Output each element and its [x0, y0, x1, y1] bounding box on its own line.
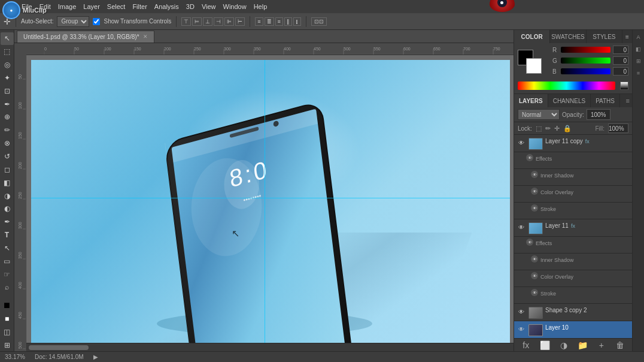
blue-value[interactable]: 0	[613, 67, 628, 76]
color-panel-expand[interactable]: ≡	[622, 30, 632, 43]
canvas-area[interactable]: 0 50 100 150 200 250 300 350 400 450 500…	[14, 43, 514, 351]
canvas-horizontal-scrollbar[interactable]	[26, 343, 514, 351]
shape-tool[interactable]	[1, 255, 14, 267]
edge-btn-1[interactable]: A	[634, 32, 643, 42]
opacity-input[interactable]: 100%	[587, 109, 610, 120]
edge-btn-2[interactable]: ◧	[634, 44, 643, 54]
layer-item-10[interactable]: 👁 Layer 10	[514, 321, 632, 338]
red-slider[interactable]	[561, 47, 610, 53]
align-left-icon[interactable]: ⊣	[214, 17, 223, 26]
sub-eye-stroke-11[interactable]: 👁	[531, 289, 538, 296]
menu-select[interactable]: Select	[107, 3, 126, 10]
magic-wand-tool[interactable]: ✦	[1, 72, 14, 85]
auto-align-btn[interactable]: ⊡⊡	[311, 17, 327, 26]
menu-filter[interactable]: Filter	[132, 3, 147, 10]
lock-transparent-icon[interactable]: ⬚	[536, 125, 542, 132]
green-slider[interactable]	[561, 58, 610, 64]
layers-panel-expand[interactable]: ≡	[626, 97, 630, 104]
menu-layer[interactable]: Layer	[83, 3, 100, 10]
path-selection-tool[interactable]: ↖	[1, 242, 14, 255]
layer-group-button[interactable]: 📁	[577, 340, 588, 351]
align-vcenter-icon[interactable]: ⊨	[192, 17, 202, 26]
menu-image[interactable]: Image	[58, 3, 77, 10]
edge-btn-4[interactable]: ≡	[634, 68, 643, 78]
text-tool[interactable]	[1, 229, 14, 242]
sub-eye-stroke-11copy[interactable]: 👁	[531, 204, 538, 212]
layer-eye-shape3-copy2[interactable]: 👁	[517, 307, 526, 316]
menu-view[interactable]: View	[202, 3, 216, 10]
align-hcenter-icon[interactable]: ⊫	[224, 17, 234, 26]
sub-eye-effects-11[interactable]: 👁	[526, 239, 533, 246]
sub-eye-co-11copy[interactable]: 👁	[531, 188, 538, 195]
document-tab[interactable]: Untitled-1.psd @ 33.3% (Layer 10, RGB/8)…	[17, 31, 154, 43]
gradient-tool[interactable]: ◧	[1, 176, 14, 189]
spot-heal-tool[interactable]: ⊕	[1, 111, 14, 123]
layer-eye-10[interactable]: 👁	[517, 324, 526, 334]
background-color-swatch[interactable]: ■	[1, 312, 14, 325]
crop-tool[interactable]	[1, 85, 14, 97]
menu-help[interactable]: Help	[254, 3, 268, 10]
align-top-icon[interactable]: ⊤	[181, 17, 191, 26]
sub-eye-effects-11copy[interactable]: 👁	[526, 154, 533, 161]
blend-mode-select[interactable]: Normal Multiply Screen	[518, 109, 560, 120]
document-canvas[interactable]: 8:0 ••••••••	[31, 60, 510, 351]
layer-item-11-copy[interactable]: 👁 Layer 11 copyfx	[514, 135, 632, 152]
lock-image-icon[interactable]: ✏	[545, 125, 551, 132]
edge-btn-3[interactable]: ⊞	[634, 56, 643, 66]
hand-tool[interactable]: ☞	[1, 268, 14, 280]
layer-new-button[interactable]: +	[596, 340, 607, 351]
layer-eye-11-copy[interactable]: 👁	[517, 138, 526, 147]
lasso-tool[interactable]	[1, 59, 14, 71]
document-tab-close[interactable]: ✕	[143, 34, 148, 40]
clone-stamp-tool[interactable]: ⊗	[1, 137, 14, 150]
layer-adjustment-button[interactable]: ◑	[558, 340, 569, 351]
quick-mask-mode[interactable]: ◫	[1, 325, 14, 338]
pen-tool[interactable]: ✒	[1, 216, 14, 228]
sub-eye-co-11[interactable]: 👁	[531, 272, 538, 279]
spectrum-gradient-bar[interactable]	[518, 82, 615, 90]
foreground-color-swatch[interactable]: ■	[1, 299, 14, 312]
blue-slider[interactable]	[561, 68, 610, 74]
layer-delete-button[interactable]: 🗑	[615, 340, 625, 351]
dist-top-icon[interactable]: ≡	[255, 17, 263, 26]
eyedropper-tool[interactable]: ✒	[1, 98, 14, 110]
tab-paths[interactable]: PATHS	[591, 94, 620, 107]
red-value[interactable]: 0	[613, 46, 628, 54]
tab-styles[interactable]: STYLES	[587, 30, 622, 43]
tab-layers[interactable]: LAYERS	[514, 94, 548, 107]
tab-channels[interactable]: CHANNELS	[548, 94, 591, 107]
color-swatch-area[interactable]	[518, 50, 544, 74]
dist-h-icon[interactable]: ⫿	[293, 17, 301, 26]
lock-all-icon[interactable]: 🔒	[563, 125, 572, 132]
dist-v-icon[interactable]: ≣	[265, 17, 274, 26]
show-transform-checkbox[interactable]	[93, 18, 100, 25]
align-right-icon[interactable]: ⊢	[235, 17, 245, 26]
blur-tool[interactable]: ◑	[1, 189, 14, 202]
menu-analysis[interactable]: Analysis	[154, 3, 179, 10]
fill-input[interactable]	[608, 123, 628, 133]
align-bottom-icon[interactable]: ⊥	[203, 17, 212, 26]
dodge-tool[interactable]: ◐	[1, 203, 14, 215]
eraser-tool[interactable]: ◻	[1, 163, 14, 176]
sub-eye-is-11copy[interactable]: 👁	[531, 171, 538, 178]
move-tool[interactable]	[1, 32, 14, 45]
menu-window[interactable]: Window	[223, 3, 247, 10]
auto-select-dropdown[interactable]: Group Layer	[57, 16, 89, 27]
history-brush-tool[interactable]: ↺	[1, 150, 14, 163]
tab-color[interactable]: COLOR	[514, 30, 550, 43]
screen-mode[interactable]: ⊞	[1, 339, 14, 351]
sub-eye-is-11[interactable]: 👁	[531, 255, 538, 263]
horizontal-scrollbar-thumb[interactable]	[29, 345, 89, 350]
dist-bottom-icon[interactable]: ≡	[275, 17, 283, 26]
layer-fx-button[interactable]: fx	[521, 340, 531, 351]
dist-left-icon[interactable]: ‖	[284, 17, 292, 26]
menu-3d[interactable]: 3D	[186, 3, 195, 10]
layer-eye-11[interactable]: 👁	[517, 222, 526, 232]
selection-tool[interactable]: ⬚	[1, 46, 14, 58]
grayscale-bar[interactable]	[620, 82, 628, 90]
brush-tool[interactable]: ✏	[1, 124, 14, 137]
lock-position-icon[interactable]: ✛	[554, 125, 560, 132]
zoom-tool[interactable]: ⌕	[1, 281, 14, 294]
layer-item-shape3-copy2[interactable]: 👁 Shape 3 copy 2	[514, 304, 632, 321]
tab-swatches[interactable]: SWATCHES	[550, 30, 586, 43]
